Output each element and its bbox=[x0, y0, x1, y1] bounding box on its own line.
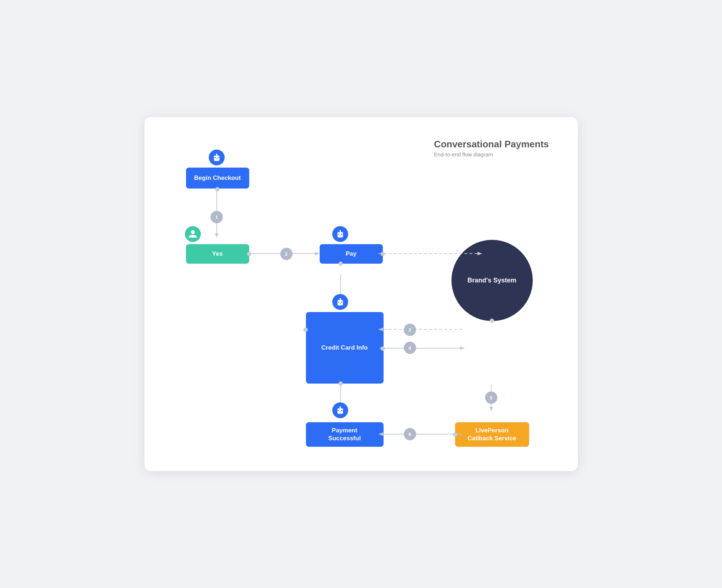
bot-icon-credit bbox=[332, 294, 348, 310]
diagram-card: Conversational Payments End-to-end flow … bbox=[144, 117, 578, 471]
dot-brands-bottom bbox=[490, 319, 494, 323]
svg-marker-16 bbox=[489, 407, 493, 411]
title-block: Conversational Payments End-to-end flow … bbox=[434, 139, 549, 157]
dot-credit-left bbox=[303, 328, 308, 332]
node-pay: Pay bbox=[320, 244, 383, 264]
svg-marker-14 bbox=[460, 346, 465, 350]
dot-credit-right bbox=[381, 346, 385, 351]
person-icon-yes bbox=[185, 226, 201, 242]
page-title: Conversational Payments bbox=[434, 139, 549, 150]
step-badge-6: 6 bbox=[404, 428, 416, 440]
node-credit-card-info: Credit Card Info bbox=[306, 312, 384, 384]
step-badge-1: 1 bbox=[211, 211, 223, 223]
node-yes: Yes bbox=[186, 244, 249, 264]
node-liveperson: LivePerson Callback Service bbox=[455, 422, 529, 447]
step-badge-4: 4 bbox=[404, 342, 416, 354]
node-begin-checkout: Begin Checkout bbox=[186, 168, 249, 189]
dot-pay-bottom bbox=[338, 261, 343, 266]
dot-begin-checkout-bottom bbox=[215, 187, 220, 191]
step-badge-3: 3 bbox=[404, 324, 416, 336]
svg-marker-1 bbox=[215, 233, 219, 238]
node-brands-system: Brand's System bbox=[451, 240, 533, 321]
dot-credit-bottom bbox=[338, 381, 343, 386]
page-subtitle: End-to-end flow diagram bbox=[434, 151, 549, 157]
bot-icon-pay bbox=[332, 226, 348, 242]
dot-pay-right bbox=[381, 252, 385, 256]
dot-yes-right bbox=[247, 252, 251, 256]
step-badge-5: 5 bbox=[485, 392, 497, 404]
node-payment-successful: Payment Successful bbox=[306, 422, 384, 447]
step-badge-2: 2 bbox=[280, 248, 293, 260]
dot-liveperson-left bbox=[453, 432, 457, 437]
bot-icon-begin bbox=[209, 150, 225, 165]
svg-marker-3 bbox=[315, 252, 320, 255]
bot-icon-payment bbox=[332, 402, 348, 418]
